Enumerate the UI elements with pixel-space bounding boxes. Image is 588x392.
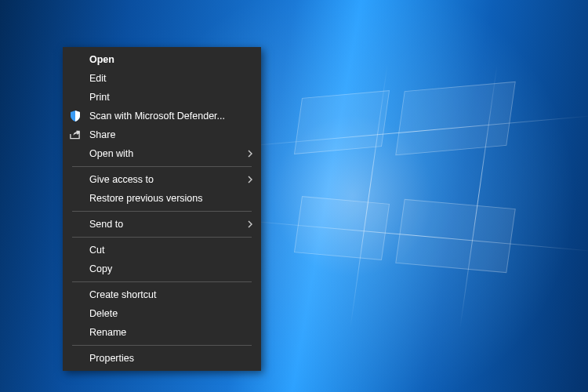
menu-item-label: Scan with Microsoft Defender... xyxy=(89,111,225,122)
menu-item-open-with[interactable]: Open with xyxy=(63,144,261,163)
menu-item-give-access-to[interactable]: Give access to xyxy=(63,170,261,189)
desktop-wallpaper: Open Edit Print Scan with Microsoft Defe… xyxy=(0,0,588,392)
menu-item-properties[interactable]: Properties xyxy=(63,349,261,368)
menu-item-edit[interactable]: Edit xyxy=(63,69,261,88)
menu-item-label: Send to xyxy=(89,219,123,230)
shield-icon xyxy=(69,110,82,122)
menu-item-label: Give access to xyxy=(89,174,154,185)
menu-item-label: Open with xyxy=(89,148,133,159)
menu-separator xyxy=(72,237,252,238)
menu-item-open[interactable]: Open xyxy=(63,50,261,69)
menu-item-cut[interactable]: Cut xyxy=(63,241,261,260)
menu-separator xyxy=(72,281,252,282)
share-icon xyxy=(69,129,81,141)
file-context-menu: Open Edit Print Scan with Microsoft Defe… xyxy=(63,47,261,371)
menu-separator xyxy=(72,211,252,212)
menu-item-copy[interactable]: Copy xyxy=(63,260,261,278)
menu-item-label: Properties xyxy=(89,353,134,364)
menu-item-create-shortcut[interactable]: Create shortcut xyxy=(63,285,261,304)
wallpaper-pane xyxy=(395,199,516,273)
menu-item-share[interactable]: Share xyxy=(63,125,261,144)
menu-item-label: Cut xyxy=(89,245,104,256)
menu-item-label: Delete xyxy=(89,308,118,319)
menu-item-label: Print xyxy=(89,92,110,103)
menu-item-print[interactable]: Print xyxy=(63,88,261,107)
menu-item-delete[interactable]: Delete xyxy=(63,304,261,323)
menu-item-rename[interactable]: Rename xyxy=(63,323,261,342)
menu-separator xyxy=(72,166,252,167)
menu-item-scan-defender[interactable]: Scan with Microsoft Defender... xyxy=(63,107,261,125)
menu-item-label: Rename xyxy=(89,327,126,338)
menu-item-label: Create shortcut xyxy=(89,289,156,300)
menu-item-label: Restore previous versions xyxy=(89,193,203,204)
chevron-right-icon xyxy=(247,176,253,183)
menu-item-restore-previous-versions[interactable]: Restore previous versions xyxy=(63,189,261,208)
wallpaper-pane xyxy=(294,196,390,260)
menu-item-label: Share xyxy=(89,129,115,140)
menu-item-label: Open xyxy=(89,54,114,65)
menu-item-label: Edit xyxy=(89,73,107,84)
chevron-right-icon xyxy=(247,220,253,228)
wallpaper-pane xyxy=(294,90,390,154)
menu-separator xyxy=(72,345,252,346)
chevron-right-icon xyxy=(247,150,253,158)
menu-item-send-to[interactable]: Send to xyxy=(63,215,261,234)
menu-item-label: Copy xyxy=(89,263,112,274)
wallpaper-pane xyxy=(395,82,516,155)
